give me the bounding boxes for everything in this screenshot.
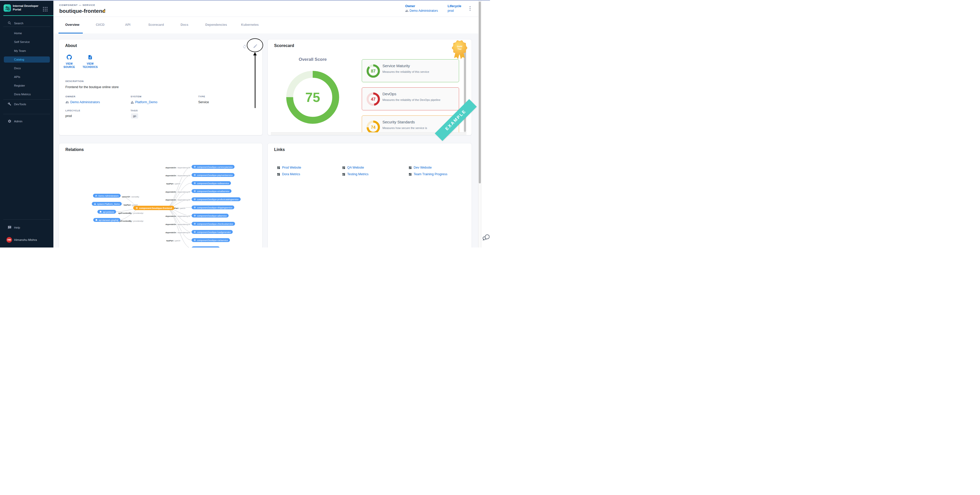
chip-icon	[194, 182, 196, 185]
chat-bubbles-icon[interactable]	[482, 232, 490, 240]
relation-node-component-boutique-redisservice[interactable]: component:boutique-redisservice	[192, 181, 231, 185]
sidebar-item-my-team[interactable]: My Team	[0, 48, 53, 54]
chip-icon	[194, 215, 196, 217]
link-qa-website[interactable]: QA Website	[342, 166, 364, 169]
node-label: system:Platform_Demo	[97, 202, 119, 205]
node-label: component:boutique-frontend	[139, 207, 172, 209]
node-label: component:boutique-emailservice	[197, 190, 229, 192]
link-dev-website[interactable]: Dev Website	[409, 166, 432, 169]
chip-icon	[194, 174, 196, 176]
relation-node-api-starwars-graphql[interactable]: api:starwars-graphql	[93, 218, 120, 222]
owner-field-label: OWNER	[65, 95, 75, 98]
sidebar-item-label: Catalog	[14, 57, 24, 62]
relation-node-component-boutique-productcatalogservice[interactable]: component:boutique-productcatalogservice	[192, 197, 241, 201]
description-value: Frontend for the boutique online store	[65, 85, 119, 89]
sidebar-item-self-service[interactable]: Self Service	[0, 39, 53, 45]
node-label: component:boutique-productcatalogservice	[197, 198, 239, 201]
tab-scorecard[interactable]: Scorecard	[148, 23, 164, 27]
page-scrollbar-thumb[interactable]	[479, 2, 481, 183]
relation-node-component-boutique-adservice[interactable]: component:boutique-adservice	[192, 214, 229, 218]
system-icon	[94, 203, 96, 205]
link-testing-metrics[interactable]: Testing Metrics	[342, 172, 368, 176]
sidebar-divider	[3, 99, 50, 100]
more-options-icon[interactable]	[469, 6, 471, 12]
sidebar-item-label: My Team	[14, 48, 26, 54]
sidebar-item-admin[interactable]: Admin	[0, 118, 53, 124]
sidebar-item-label: Register	[14, 83, 25, 88]
node-label: Demo Administrators	[99, 194, 119, 197]
link-prod-website[interactable]: Prod Website	[277, 166, 301, 169]
svg-text:74: 74	[371, 125, 375, 129]
scorecard-item-devops[interactable]: 47 DevOps Measures the reliability of th…	[362, 88, 459, 110]
links-title: Links	[274, 147, 285, 152]
relation-edge-label: dependsOn / dependencyOf	[165, 199, 191, 201]
sidebar-item-devtools[interactable]: DevTools	[0, 102, 53, 107]
dashboard-icon	[342, 166, 345, 169]
relation-node-api-petstore[interactable]: api:petstore	[97, 210, 116, 214]
tab-kubernetes[interactable]: Kubernetes	[241, 23, 259, 27]
user-name[interactable]: Himanshu Mishra	[14, 238, 37, 241]
tag-chip[interactable]: go	[131, 113, 138, 118]
relation-node-component-boutique-currencyservice[interactable]: component:boutique-currencyservice	[192, 165, 234, 169]
relation-node-component-boutique-paymentservice[interactable]: component:boutique-paymentservice	[192, 173, 234, 177]
relation-node-component-boutique-shippingservice[interactable]: component:boutique-shippingservice	[192, 205, 234, 209]
owner-link[interactable]: Demo Administrators	[405, 9, 438, 13]
relation-edge-label: hasPart / partOf	[166, 183, 181, 185]
user-avatar[interactable]: HM	[6, 237, 12, 243]
relation-node-component-boutique-checkoutservice[interactable]: component:boutique-checkoutservice	[192, 222, 235, 226]
wrench-icon	[8, 102, 11, 106]
sidebar: Internal Developer Portal Search HomeSel…	[0, 1, 53, 247]
link-label: Prod Website	[282, 166, 301, 169]
relation-node-component-boutique-emailservice[interactable]: component:boutique-emailservice	[192, 189, 231, 193]
favorite-star-icon[interactable]: ★	[102, 8, 106, 14]
api-icon	[95, 219, 98, 221]
portal-logo[interactable]	[3, 4, 11, 12]
system-field-link[interactable]: Platform_Demo	[130, 100, 158, 104]
refresh-icon[interactable]	[242, 45, 247, 49]
link-dora-metrics[interactable]: Dora Metrics	[277, 172, 300, 176]
sidebar-item-dora-metrics[interactable]: Dora Metrics	[0, 91, 53, 97]
tab-api[interactable]: API	[125, 23, 130, 27]
annotation-circle	[247, 38, 263, 52]
sidebar-item-catalog[interactable]: Catalog	[0, 57, 53, 62]
sidebar-help[interactable]: ? Help	[0, 225, 53, 231]
sidebar-item-register[interactable]: Register	[0, 83, 53, 88]
relation-node-component-boutique-loadgenerator[interactable]: component:boutique-loadgenerator	[192, 230, 233, 234]
overall-score-label: Overall Score	[299, 57, 327, 62]
quick-link-label: VIEWSOURCE	[61, 62, 77, 69]
apps-grid-icon[interactable]	[43, 7, 48, 12]
sidebar-search[interactable]: Search	[0, 21, 53, 26]
tags-field-label: TAGS	[130, 109, 138, 112]
sidebar-item-home[interactable]: Home	[0, 30, 53, 36]
github-icon	[67, 55, 72, 60]
link-label: Testing Metrics	[347, 172, 368, 176]
search-icon	[8, 21, 11, 25]
sidebar-divider	[3, 114, 50, 114]
item-donut: 47	[367, 92, 380, 107]
overall-score-donut: 75	[286, 71, 339, 125]
tab-dependencies[interactable]: Dependencies	[205, 23, 227, 27]
system-icon	[130, 100, 134, 104]
node-label: component:boutique-shippingservice	[197, 206, 232, 209]
link-team-training-progress[interactable]: Team Training Progress	[409, 172, 447, 176]
relation-node-system-platform-demo[interactable]: system:Platform_Demo	[92, 202, 122, 206]
relation-node-cut[interactable]	[192, 247, 220, 248]
node-label: component:boutique-loadgenerator	[197, 231, 231, 233]
item-name: Security Standards	[382, 120, 415, 124]
tab-docs[interactable]: Docs	[181, 23, 189, 27]
sidebar-item-docs[interactable]: Docs	[0, 65, 53, 71]
node-label: component:boutique-paymentservice	[197, 173, 232, 176]
tab-overview[interactable]: Overview	[65, 23, 80, 27]
relation-node-component-boutique-cartservice[interactable]: component:boutique-cartservice	[192, 238, 230, 242]
relation-node-demo-administrators[interactable]: Demo Administrators	[93, 194, 121, 198]
scorecard-item-service-maturity[interactable]: 87 Service Maturity Measures the reliabi…	[362, 59, 459, 82]
relation-node-center[interactable]: component:boutique-frontend	[134, 206, 175, 210]
lifecycle-label: Lifecycle	[448, 4, 461, 8]
view-techdocs-link[interactable]: VIEWTECHDOCS	[82, 55, 99, 69]
owner-field-link[interactable]: Demo Administrators	[65, 100, 100, 104]
about-card: About VIEWSOURCEVIEWTECHDOCS DESCRIPTION…	[59, 39, 262, 135]
view-source-link[interactable]: VIEWSOURCE	[61, 55, 77, 69]
tab-ci-cd[interactable]: CI/CD	[96, 23, 105, 27]
sidebar-item-apis[interactable]: APIs	[0, 74, 53, 80]
score-donut: 47	[367, 92, 380, 106]
